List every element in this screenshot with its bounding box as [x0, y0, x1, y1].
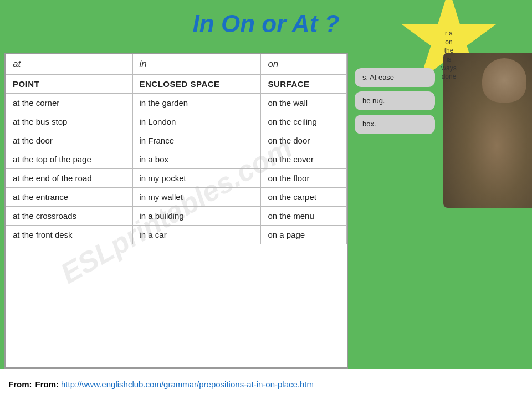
- table-cell: at the entrance: [6, 188, 133, 207]
- bubble-3: box.: [355, 115, 435, 134]
- table-cell: at the front desk: [6, 226, 133, 244]
- table-cell: in my wallet: [132, 188, 261, 207]
- table-cell: at the corner: [6, 94, 133, 112]
- table-cell: on the floor: [261, 169, 347, 188]
- table-header: at: [6, 54, 133, 75]
- table-row: at the end of the roadin my pocketon the…: [6, 169, 347, 188]
- table-cell: at the crossroads: [6, 207, 133, 226]
- source-link: http://www.englishclub.com/grammar/prepo…: [61, 380, 314, 389]
- bubble-1: s. At ease: [355, 68, 435, 87]
- table-cell: in a building: [132, 207, 261, 226]
- table-cell: on the door: [261, 131, 347, 150]
- bubble-1-text: s. At ease: [362, 73, 394, 81]
- table-cell: in the garden: [132, 94, 261, 112]
- table-row: at the crossroadsin a buildingon the men…: [6, 207, 347, 226]
- table-category: SURFACE: [261, 75, 347, 94]
- table-category: ENCLOSED SPACE: [132, 75, 261, 94]
- table-cell: on the carpet: [261, 188, 347, 207]
- bottom-bar: From: From: http://www.englishclub.com/g…: [0, 369, 532, 399]
- prepositions-table: atinonPOINTENCLOSED SPACESURFACEat the c…: [6, 54, 347, 244]
- table-cell: in a box: [132, 150, 261, 169]
- table-cell: in my pocket: [132, 169, 261, 188]
- table-category: POINT: [6, 75, 133, 94]
- main-card: ESLprintables.com atinonPOINTENCLOSED SP…: [4, 53, 348, 369]
- table-cell: in France: [132, 131, 261, 150]
- table-row: at the top of the pagein a boxon the cov…: [6, 150, 347, 169]
- from-label-2: From:: [35, 380, 59, 389]
- table-cell: on the cover: [261, 150, 347, 169]
- from-label: From:: [8, 380, 32, 389]
- right-panel: s. At ease he rug. box.: [349, 53, 532, 369]
- table-cell: on the menu: [261, 207, 347, 226]
- animal-image: [443, 53, 532, 208]
- table-row: at the entrancein my walleton the carpet: [6, 188, 347, 207]
- bubble-3-text: box.: [362, 120, 376, 128]
- bubble-2-text: he rug.: [362, 96, 385, 105]
- table-cell: at the door: [6, 131, 133, 150]
- table-cell: on a page: [261, 226, 347, 244]
- table-row: at the cornerin the gardenon the wall: [6, 94, 347, 112]
- table-header: in: [132, 54, 261, 75]
- bubbles-container: s. At ease he rug. box.: [349, 64, 441, 139]
- table-row: at the front deskin a caron a page: [6, 226, 347, 244]
- page-title: In On or At ?: [0, 10, 532, 38]
- table-cell: in a car: [132, 226, 261, 244]
- table-cell: on the wall: [261, 94, 347, 112]
- table-row: at the bus stopin Londonon the ceiling: [6, 112, 347, 131]
- table-cell: at the top of the page: [6, 150, 133, 169]
- table-cell: on the ceiling: [261, 112, 347, 131]
- table-cell: at the bus stop: [6, 112, 133, 131]
- table-cell: at the end of the road: [6, 169, 133, 188]
- bubble-2: he rug.: [355, 91, 435, 110]
- table-header: on: [261, 54, 347, 75]
- table-cell: in London: [132, 112, 261, 131]
- table-row: at the doorin Franceon the door: [6, 131, 347, 150]
